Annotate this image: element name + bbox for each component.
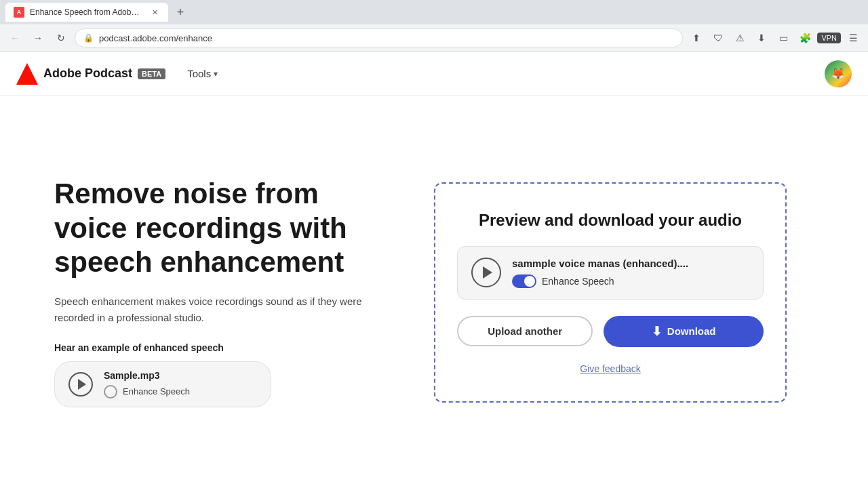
chevron-down-icon: ▾: [214, 69, 218, 79]
extensions-icon[interactable]: 🧩: [795, 28, 814, 47]
browser-chrome: A Enhance Speech from Adobe | Fr... ✕ + …: [0, 0, 868, 52]
download-icon[interactable]: ⬇: [752, 28, 771, 47]
enhance-toggle-on[interactable]: [512, 274, 536, 288]
header-right: 🦊: [825, 60, 852, 87]
hero-title: Remove noise from voice recordings with …: [54, 177, 393, 279]
alert-icon[interactable]: ⚠: [730, 28, 749, 47]
right-panel: Preview and download your audio sammple …: [434, 182, 787, 403]
browser-toolbar: ← → ↻ 🔒 podcast.adobe.com/enhance ⬆ 🛡 ⚠ …: [0, 24, 868, 52]
upload-another-button[interactable]: Upload another: [457, 316, 593, 346]
address-text: podcast.adobe.com/enhance: [99, 33, 674, 43]
sample-player: Sample.mp3 Enhance Speech: [54, 361, 271, 407]
preview-title: Preview and download your audio: [479, 211, 742, 230]
main-content: Remove noise from voice recordings with …: [0, 96, 868, 488]
sample-filename: Sample.mp3: [104, 370, 190, 381]
beta-badge: BETA: [138, 68, 165, 79]
tab-title: Enhance Speech from Adobe | Fr...: [30, 7, 144, 17]
sidebar-icon[interactable]: ▭: [774, 28, 793, 47]
tools-menu[interactable]: Tools ▾: [187, 68, 218, 79]
site-header: Adobe Podcast BETA Tools ▾ 🦊: [0, 52, 868, 96]
enhance-toggle-row: Enhance Speech: [104, 385, 190, 399]
menu-icon[interactable]: ☰: [844, 28, 863, 47]
brand-name: Adobe Podcast: [43, 66, 132, 81]
hero-description: Speech enhancement makes voice recording…: [54, 293, 393, 326]
enhance-label: Enhance Speech: [542, 276, 614, 287]
audio-play-icon: [483, 266, 492, 279]
adobe-logo-icon: [16, 63, 38, 85]
svg-marker-0: [16, 63, 38, 85]
audio-info: sammple voice manas (enhanced).... Enhan…: [512, 258, 688, 288]
tab-close-button[interactable]: ✕: [149, 7, 160, 18]
avatar[interactable]: 🦊: [825, 60, 852, 87]
enhance-toggle-row2: Enhance Speech: [512, 274, 688, 288]
play-icon: [78, 379, 86, 390]
tab-favicon: A: [14, 7, 24, 18]
browser-tabs: A Enhance Speech from Adobe | Fr... ✕ +: [0, 0, 868, 24]
download-button[interactable]: ⬇ Download: [604, 316, 764, 347]
sample-play-button[interactable]: [68, 372, 93, 396]
toolbar-right-buttons: ⬆ 🛡 ⚠ ⬇ ▭ 🧩 VPN ☰: [687, 28, 863, 47]
preview-box: Preview and download your audio sammple …: [434, 182, 787, 403]
example-label: Hear an example of enhanced speech: [54, 342, 393, 353]
vpn-badge[interactable]: VPN: [817, 33, 841, 43]
share-icon[interactable]: ⬆: [687, 28, 706, 47]
reload-button[interactable]: ↻: [52, 28, 71, 47]
back-button[interactable]: ←: [5, 28, 24, 47]
avatar-emoji: 🦊: [831, 67, 845, 80]
address-bar[interactable]: 🔒 podcast.adobe.com/enhance: [75, 28, 683, 47]
shield-icon[interactable]: 🛡: [709, 28, 728, 47]
forward-button[interactable]: →: [28, 28, 47, 47]
page-content: Adobe Podcast BETA Tools ▾ 🦊 Remove nois…: [0, 52, 868, 488]
active-tab[interactable]: A Enhance Speech from Adobe | Fr... ✕: [5, 3, 168, 22]
tools-label: Tools: [187, 68, 211, 79]
left-panel: Remove noise from voice recordings with …: [54, 177, 393, 407]
download-btn-label: Download: [667, 325, 716, 337]
download-btn-icon: ⬇: [652, 324, 662, 339]
lock-icon: 🔒: [83, 33, 94, 43]
action-row: Upload another ⬇ Download: [457, 316, 764, 347]
give-feedback-link[interactable]: Give feedback: [580, 363, 641, 374]
audio-filename: sammple voice manas (enhanced)....: [512, 258, 688, 269]
audio-play-button[interactable]: [471, 258, 501, 287]
audio-player-card: sammple voice manas (enhanced).... Enhan…: [457, 246, 764, 300]
new-tab-button[interactable]: +: [171, 3, 190, 22]
sample-info: Sample.mp3 Enhance Speech: [104, 370, 190, 399]
enhance-toggle-off[interactable]: [104, 385, 117, 399]
enhance-label-small: Enhance Speech: [123, 386, 190, 396]
